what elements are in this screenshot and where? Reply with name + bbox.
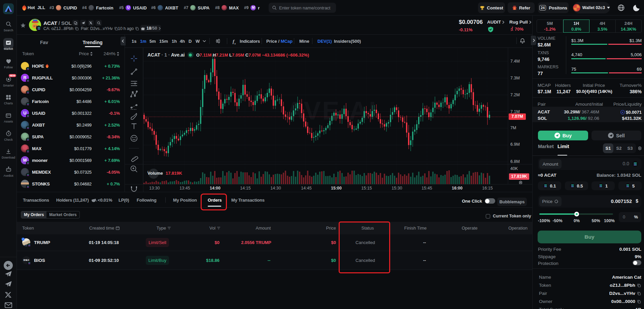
svg-text:R: R	[622, 111, 623, 113]
